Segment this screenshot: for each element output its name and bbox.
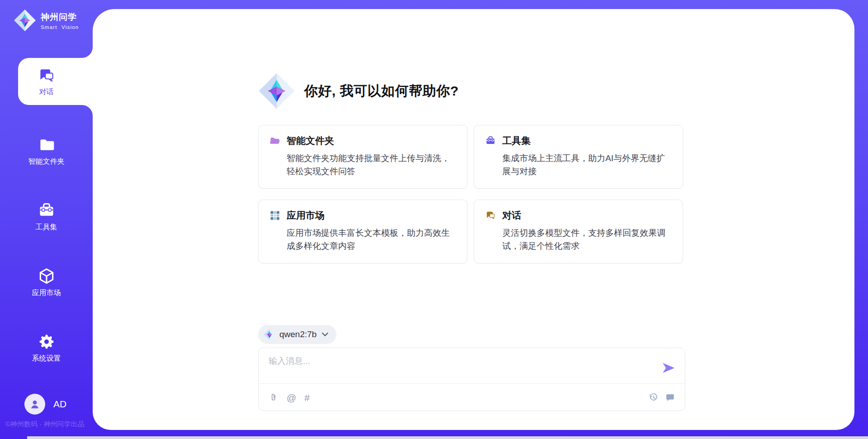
user-name: AD [53,399,66,410]
card-title: 智能文件夹 [287,134,334,147]
history-icon[interactable] [648,392,658,402]
brand: 神州问学 Smart Vision [14,9,79,32]
brand-tagline: Smart Vision [41,24,79,30]
send-icon[interactable] [662,363,675,373]
sidebar-item-label: 工具集 [36,223,57,232]
mention-icon[interactable]: @ [287,393,296,402]
composer-toolbar: @ # [269,384,675,411]
card-toolset[interactable]: 工具集 集成市场上主流工具，助力AI与外界无缝扩展与对接 [474,125,683,189]
avatar [24,394,45,415]
card-chat[interactable]: 对话 灵活切换多模型文件，支持多样回复效果调试，满足个性化需求 [474,200,683,263]
sidebar-item-app-market[interactable]: 应用市场 [0,267,93,298]
gear-icon [38,333,56,351]
sidebar-item-chat[interactable]: 对话 [18,58,93,105]
sidebar-item-label: 对话 [39,87,54,97]
folder-open-icon [269,135,280,146]
card-description: 集成市场上主流工具，助力AI与外界无缝扩展与对接 [502,152,672,178]
card-app-market[interactable]: 应用市场 应用市场提供丰富长文本模板，助力高效生成多样化文章内容 [258,200,467,263]
attachment-icon[interactable] [269,392,278,402]
feature-cards: 智能文件夹 智能文件夹功能支持批量文件上传与清洗，轻松实现文件问答 工具集 集成… [258,125,685,263]
model-name: qwen2:7b [279,329,316,339]
sidebar-item-smart-folder[interactable]: 智能文件夹 [0,136,93,167]
model-selector[interactable]: qwen2:7b [258,325,336,344]
assistant-logo-icon [258,72,295,110]
horizontal-scrollbar[interactable] [27,436,868,439]
toolbox-icon [485,135,496,146]
message-input[interactable] [269,355,653,380]
card-smart-folder[interactable]: 智能文件夹 智能文件夹功能支持批量文件上传与清洗，轻松实现文件问答 [258,125,467,189]
sidebar: 神州问学 Smart Vision 对话 智能文件夹 工具集 [0,0,93,439]
user-account[interactable]: AD [24,394,66,415]
person-icon [29,398,41,410]
brand-logo-icon [14,9,36,32]
card-description: 智能文件夹功能支持批量文件上传与清洗，轻松实现文件问答 [287,152,456,178]
main-panel: 你好, 我可以如何帮助你? 智能文件夹 智能文件夹功能支持批量文件上传与清洗，轻… [93,9,854,430]
message-composer: @ # [258,348,685,411]
sidebar-item-toolset[interactable]: 工具集 [0,201,93,232]
greeting: 你好, 我可以如何帮助你? [258,72,459,110]
brand-name: 神州问学 [41,11,79,23]
greeting-title: 你好, 我可以如何帮助你? [304,82,459,100]
chevron-down-icon [322,332,328,337]
toolbox-icon [38,201,56,220]
card-title: 工具集 [502,134,531,147]
sidebar-item-label: 系统设置 [32,354,61,363]
chat-bubble-icon[interactable] [665,392,675,402]
app-grid-icon [269,210,280,221]
copyright-text: ©神州数码 · 神州问学出品 [5,420,84,429]
model-logo-icon [264,329,275,340]
chat-bubbles-icon [38,67,56,85]
card-title: 应用市场 [287,209,325,222]
chat-bubbles-icon [485,210,496,221]
cube-icon [38,267,56,285]
card-description: 灵活切换多模型文件，支持多样回复效果调试，满足个性化需求 [502,226,672,253]
sidebar-item-label: 应用市场 [32,288,61,298]
sidebar-item-label: 智能文件夹 [28,157,65,167]
folder-icon [38,136,56,154]
hashtag-icon[interactable]: # [304,393,310,402]
card-title: 对话 [502,209,521,222]
sidebar-item-settings[interactable]: 系统设置 [0,333,93,363]
card-description: 应用市场提供丰富长文本模板，助力高效生成多样化文章内容 [287,226,456,253]
